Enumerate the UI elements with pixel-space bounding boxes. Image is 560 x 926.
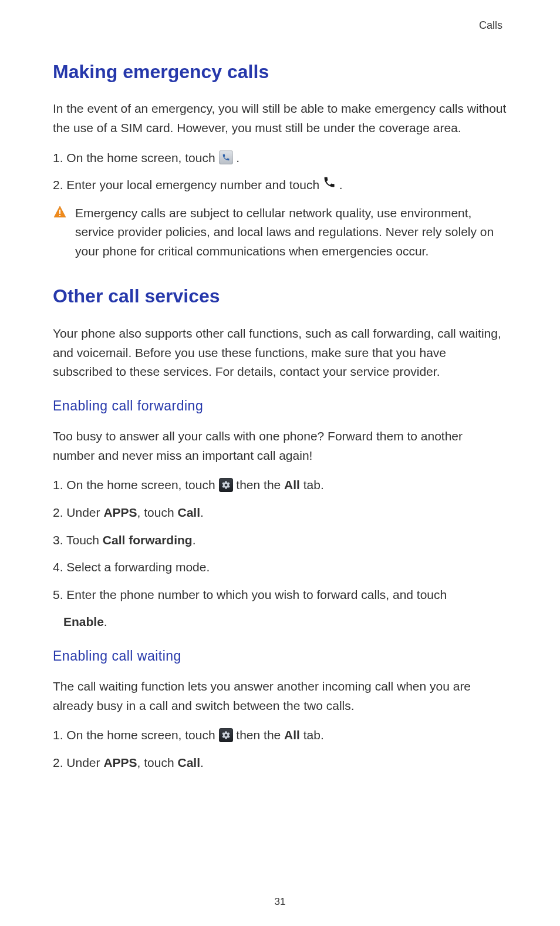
step-text: . — [193, 533, 196, 547]
waiting-step-2: 2. Under APPS, touch Call. — [53, 753, 507, 773]
bold-text: All — [284, 478, 300, 491]
forwarding-step-5: 5. Enter the phone number to which you w… — [53, 585, 507, 605]
subheading-call-waiting: Enabling call waiting — [53, 646, 507, 667]
heading-other-services: Other call services — [53, 282, 507, 311]
heading-emergency: Making emergency calls — [53, 58, 507, 87]
settings-icon — [219, 728, 233, 742]
bold-text: Call — [177, 506, 200, 519]
step-text: tab. — [300, 728, 324, 742]
step-text: . — [200, 756, 204, 769]
step-text: , touch — [137, 756, 178, 769]
bold-text: APPS — [103, 506, 137, 519]
forwarding-step-4: 4. Select a forwarding mode. — [53, 558, 507, 577]
emergency-step-2: 2. Enter your local emergency number and… — [53, 176, 507, 196]
forwarding-intro: Too busy to answer all your calls with o… — [53, 427, 507, 465]
step-text: , touch — [137, 506, 178, 519]
phone-app-icon — [219, 150, 233, 164]
bold-text: All — [284, 728, 300, 742]
step-text: 2. Under — [53, 506, 103, 519]
step-text: 1. On the home screen, touch — [53, 151, 219, 164]
step-text: . — [200, 506, 204, 519]
step-text: tab. — [300, 478, 324, 491]
step-text: . — [104, 615, 107, 628]
step-text: 5. Enter the phone number to which you w… — [53, 588, 447, 601]
step-text: 2. Enter your local emergency number and… — [53, 178, 323, 191]
step-text: 1. On the home screen, touch — [53, 728, 219, 742]
bold-text: APPS — [103, 756, 137, 769]
step-text: then the — [236, 478, 284, 491]
bold-text: Call forwarding — [103, 533, 193, 547]
emergency-step-1: 1. On the home screen, touch . — [53, 149, 507, 168]
waiting-step-1: 1. On the home screen, touch then the Al… — [53, 726, 507, 745]
warning-icon — [53, 205, 67, 225]
other-intro: Your phone also supports other call func… — [53, 324, 507, 382]
forwarding-step-1: 1. On the home screen, touch then the Al… — [53, 476, 507, 495]
bold-text: Enable — [63, 615, 104, 628]
forwarding-step-3: 3. Touch Call forwarding. — [53, 531, 507, 550]
subheading-call-forwarding: Enabling call forwarding — [53, 396, 507, 417]
bold-text: Call — [177, 756, 200, 769]
warning-block: Emergency calls are subject to cellular … — [53, 204, 507, 261]
step-text: . — [339, 178, 343, 191]
phone-handset-icon — [323, 175, 336, 194]
step-text: 3. Touch — [53, 533, 103, 547]
emergency-intro: In the event of an emergency, you will s… — [53, 99, 507, 137]
step-text: . — [236, 151, 239, 164]
header-section-label: Calls — [53, 18, 507, 34]
svg-rect-0 — [59, 210, 60, 214]
forwarding-step-2: 2. Under APPS, touch Call. — [53, 503, 507, 523]
page-number: 31 — [53, 894, 507, 910]
warning-text: Emergency calls are subject to cellular … — [75, 204, 507, 261]
step-text: 1. On the home screen, touch — [53, 478, 219, 491]
step-text: then the — [236, 728, 284, 742]
svg-rect-1 — [59, 215, 60, 216]
waiting-intro: The call waiting function lets you answe… — [53, 677, 507, 715]
step-text: 2. Under — [53, 756, 103, 769]
settings-icon — [219, 478, 233, 492]
